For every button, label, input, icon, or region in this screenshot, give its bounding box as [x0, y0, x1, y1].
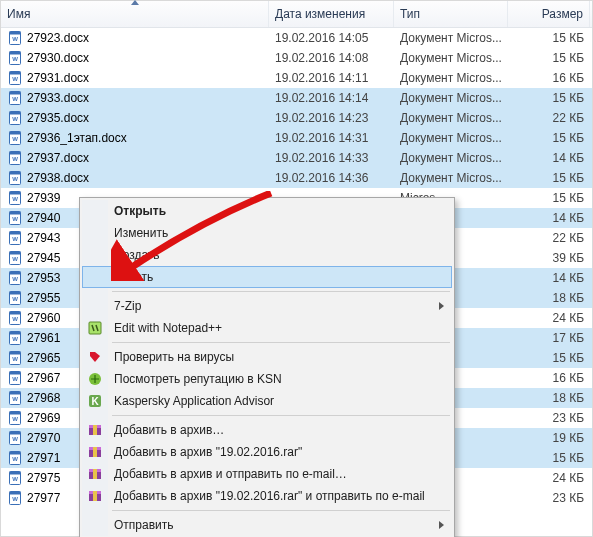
file-size: 23 КБ: [508, 411, 590, 425]
file-size: 24 КБ: [508, 471, 590, 485]
winrar-icon: [87, 488, 103, 504]
file-type: Документ Micros...: [394, 171, 508, 185]
menu-separator: [112, 342, 450, 343]
file-row[interactable]: W27931.docx19.02.2016 14:11Документ Micr…: [1, 68, 592, 88]
svg-rect-7: [10, 72, 21, 75]
file-type: Документ Micros...: [394, 71, 508, 85]
svg-rect-19: [10, 152, 21, 155]
file-date: 19.02.2016 14:14: [269, 91, 394, 105]
menu-label: 7-Zip: [114, 299, 141, 313]
svg-text:W: W: [12, 36, 18, 42]
word-doc-icon: W: [7, 50, 23, 66]
menu-item-rar-named-email[interactable]: Добавить в архив "19.02.2016.rar" и отпр…: [82, 485, 452, 507]
svg-text:W: W: [12, 56, 18, 62]
menu-item-rar-email[interactable]: Добавить в архив и отправить по e-mail…: [82, 463, 452, 485]
column-header-date[interactable]: Дата изменения: [269, 1, 394, 27]
winrar-icon: [87, 422, 103, 438]
svg-rect-28: [10, 212, 21, 215]
menu-item-npp[interactable]: Edit with Notepad++: [82, 317, 452, 339]
column-label: Дата изменения: [275, 7, 365, 21]
file-row[interactable]: W27933.docx19.02.2016 14:14Документ Micr…: [1, 88, 592, 108]
sort-ascending-icon: [131, 0, 139, 5]
svg-rect-16: [10, 132, 21, 135]
menu-label: Добавить в архив "19.02.2016.rar" и отпр…: [114, 489, 425, 503]
file-size: 15 КБ: [508, 131, 590, 145]
file-row[interactable]: W27935.docx19.02.2016 14:23Документ Micr…: [1, 108, 592, 128]
file-date: 19.02.2016 14:23: [269, 111, 394, 125]
menu-item-rar-add[interactable]: Добавить в архив…: [82, 419, 452, 441]
submenu-arrow-icon: [439, 302, 444, 310]
menu-item-open[interactable]: Открыть: [82, 200, 452, 222]
file-size: 14 КБ: [508, 271, 590, 285]
svg-text:K: K: [91, 396, 99, 407]
file-size: 17 КБ: [508, 331, 590, 345]
svg-text:W: W: [12, 176, 18, 182]
svg-rect-87: [93, 491, 97, 501]
file-type: Документ Micros...: [394, 131, 508, 145]
file-name: 27923.docx: [27, 31, 89, 45]
file-row[interactable]: W27938.docx19.02.2016 14:36Документ Micr…: [1, 168, 592, 188]
word-doc-icon: W: [7, 270, 23, 286]
file-size: 15 КБ: [508, 451, 590, 465]
menu-label: Отправить: [114, 518, 174, 532]
menu-item-av-scan[interactable]: Проверить на вирусы: [82, 346, 452, 368]
svg-text:W: W: [12, 296, 18, 302]
file-row[interactable]: W27923.docx19.02.2016 14:05Документ Micr…: [1, 28, 592, 48]
menu-item-edit[interactable]: Изменить: [82, 222, 452, 244]
menu-item-send[interactable]: Отправить: [82, 514, 452, 536]
file-name: 27961: [27, 331, 60, 345]
menu-separator: [112, 291, 450, 292]
word-doc-icon: W: [7, 150, 23, 166]
word-doc-icon: W: [7, 390, 23, 406]
svg-text:W: W: [12, 356, 18, 362]
menu-label: Добавить в архив и отправить по e-mail…: [114, 467, 347, 481]
svg-rect-72: [89, 322, 101, 334]
file-name: 27967: [27, 371, 60, 385]
svg-text:W: W: [12, 476, 18, 482]
submenu-arrow-icon: [439, 521, 444, 529]
menu-item-7zip[interactable]: 7-Zip: [82, 295, 452, 317]
menu-item-new[interactable]: Создать: [82, 244, 452, 266]
svg-text:W: W: [12, 76, 18, 82]
menu-item-print[interactable]: Печать: [82, 266, 452, 288]
svg-rect-46: [10, 332, 21, 335]
menu-item-rar-named[interactable]: Добавить в архив "19.02.2016.rar": [82, 441, 452, 463]
file-name: 27940: [27, 211, 60, 225]
file-size: 15 КБ: [508, 351, 590, 365]
svg-text:W: W: [12, 96, 18, 102]
file-size: 23 КБ: [508, 491, 590, 505]
svg-rect-13: [10, 112, 21, 115]
column-header-size[interactable]: Размер: [508, 1, 590, 27]
file-size: 16 КБ: [508, 371, 590, 385]
file-type: Документ Micros...: [394, 51, 508, 65]
file-row[interactable]: W27936_1этап.docx19.02.2016 14:31Докумен…: [1, 128, 592, 148]
svg-rect-78: [93, 425, 97, 435]
winrar-icon: [87, 466, 103, 482]
svg-rect-25: [10, 192, 21, 195]
file-size: 15 КБ: [508, 91, 590, 105]
column-header-name[interactable]: Имя: [1, 1, 269, 27]
column-header-type[interactable]: Тип: [394, 1, 508, 27]
svg-rect-4: [10, 52, 21, 55]
svg-rect-31: [10, 232, 21, 235]
file-size: 24 КБ: [508, 311, 590, 325]
file-name: 27968: [27, 391, 60, 405]
svg-text:W: W: [12, 236, 18, 242]
file-row[interactable]: W27930.docx19.02.2016 14:08Документ Micr…: [1, 48, 592, 68]
file-row[interactable]: W27937.docx19.02.2016 14:33Документ Micr…: [1, 148, 592, 168]
file-size: 14 КБ: [508, 211, 590, 225]
menu-item-ksn[interactable]: Посмотреть репутацию в KSN: [82, 368, 452, 390]
word-doc-icon: W: [7, 330, 23, 346]
menu-label: Изменить: [114, 226, 168, 240]
menu-label: Печать: [114, 270, 153, 284]
file-size: 19 КБ: [508, 431, 590, 445]
word-doc-icon: W: [7, 230, 23, 246]
file-name: 27945: [27, 251, 60, 265]
file-name: 27935.docx: [27, 111, 89, 125]
file-size: 18 КБ: [508, 391, 590, 405]
kaa-icon: K: [87, 393, 103, 409]
file-size: 15 КБ: [508, 51, 590, 65]
menu-item-kaa[interactable]: K Kaspersky Application Advisor: [82, 390, 452, 412]
word-doc-icon: W: [7, 70, 23, 86]
column-header-row: Имя Дата изменения Тип Размер: [1, 1, 592, 28]
